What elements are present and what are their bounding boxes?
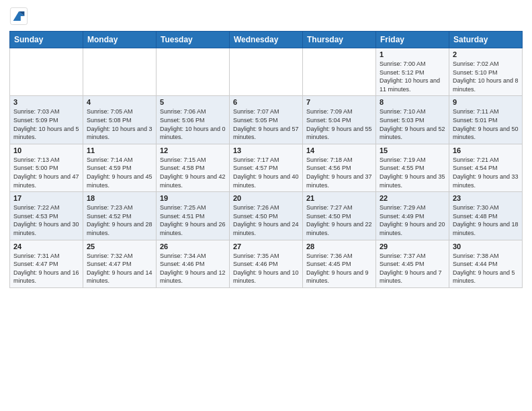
sunset-label: Sunset: 4:45 PM <box>380 261 425 267</box>
sunrise-label: Sunrise: 7:17 AM <box>233 156 279 163</box>
sunset-label: Sunset: 4:48 PM <box>453 213 498 220</box>
calendar-body: 1Sunrise: 7:00 AMSunset: 5:12 PMDaylight… <box>10 48 523 288</box>
sunrise-label: Sunrise: 7:15 AM <box>160 156 206 163</box>
sunset-label: Sunset: 4:52 PM <box>87 213 132 220</box>
calendar-cell: 9Sunrise: 7:11 AMSunset: 5:01 PMDaylight… <box>449 96 523 144</box>
calendar-cell: 25Sunrise: 7:32 AMSunset: 4:47 PMDayligh… <box>83 240 157 287</box>
sunrise-label: Sunrise: 7:26 AM <box>233 204 279 211</box>
weekday-sunday: Sunday <box>10 32 83 48</box>
sunrise-label: Sunrise: 7:02 AM <box>453 60 499 67</box>
daylight-label: Daylight: 9 hours and 35 minutes. <box>380 173 445 189</box>
day-number: 24 <box>13 242 79 250</box>
day-number: 6 <box>233 98 299 106</box>
calendar-cell: 1Sunrise: 7:00 AMSunset: 5:12 PMDaylight… <box>376 48 449 96</box>
day-info: Sunrise: 7:23 AMSunset: 4:52 PMDaylight:… <box>87 203 152 237</box>
day-number: 26 <box>160 242 226 250</box>
sunrise-label: Sunrise: 7:36 AM <box>306 253 353 259</box>
calendar-cell: 8Sunrise: 7:10 AMSunset: 5:03 PMDaylight… <box>376 96 449 144</box>
sunrise-label: Sunrise: 7:19 AM <box>380 156 426 163</box>
calendar-cell: 11Sunrise: 7:14 AMSunset: 4:59 PMDayligh… <box>83 144 157 191</box>
day-info: Sunrise: 7:18 AMSunset: 4:56 PMDaylight:… <box>306 156 372 189</box>
weekday-saturday: Saturday <box>449 32 523 48</box>
daylight-label: Daylight: 9 hours and 7 minutes. <box>380 269 442 285</box>
sunset-label: Sunset: 5:03 PM <box>380 117 425 124</box>
day-info: Sunrise: 7:21 AMSunset: 4:54 PMDaylight:… <box>453 156 519 189</box>
sunrise-label: Sunrise: 7:37 AM <box>380 253 426 259</box>
day-info: Sunrise: 7:07 AMSunset: 5:05 PMDaylight:… <box>233 107 299 141</box>
daylight-label: Daylight: 9 hours and 9 minutes. <box>306 269 369 285</box>
daylight-label: Daylight: 9 hours and 14 minutes. <box>87 269 152 285</box>
day-info: Sunrise: 7:36 AMSunset: 4:45 PMDaylight:… <box>306 252 372 285</box>
sunset-label: Sunset: 4:57 PM <box>233 165 278 171</box>
sunset-label: Sunset: 4:55 PM <box>380 165 425 171</box>
day-number: 15 <box>380 146 445 154</box>
calendar-week-0: 1Sunrise: 7:00 AMSunset: 5:12 PMDaylight… <box>10 48 523 96</box>
calendar-cell: 7Sunrise: 7:09 AMSunset: 5:04 PMDaylight… <box>303 96 376 144</box>
day-number: 11 <box>87 146 152 154</box>
weekday-monday: Monday <box>83 32 157 48</box>
sunrise-label: Sunrise: 7:35 AM <box>233 253 279 259</box>
calendar-cell: 17Sunrise: 7:22 AMSunset: 4:53 PMDayligh… <box>10 192 83 240</box>
sunrise-label: Sunrise: 7:21 AM <box>453 156 499 163</box>
daylight-label: Daylight: 9 hours and 12 minutes. <box>160 269 226 285</box>
daylight-label: Daylight: 9 hours and 18 minutes. <box>453 221 519 236</box>
sunrise-label: Sunrise: 7:22 AM <box>13 204 60 211</box>
calendar-cell: 2Sunrise: 7:02 AMSunset: 5:10 PMDaylight… <box>449 48 523 96</box>
logo-icon <box>9 7 28 26</box>
day-number: 12 <box>160 146 226 154</box>
day-info: Sunrise: 7:19 AMSunset: 4:55 PMDaylight:… <box>380 156 445 189</box>
day-number: 23 <box>453 194 519 202</box>
day-info: Sunrise: 7:32 AMSunset: 4:47 PMDaylight:… <box>87 252 152 285</box>
calendar-cell: 16Sunrise: 7:21 AMSunset: 4:54 PMDayligh… <box>449 144 523 191</box>
calendar-cell: 13Sunrise: 7:17 AMSunset: 4:57 PMDayligh… <box>230 144 303 191</box>
day-number: 20 <box>233 194 299 202</box>
weekday-thursday: Thursday <box>303 32 376 48</box>
day-number: 4 <box>87 98 152 106</box>
day-info: Sunrise: 7:37 AMSunset: 4:45 PMDaylight:… <box>380 252 445 285</box>
day-number: 25 <box>87 242 152 250</box>
sunset-label: Sunset: 5:06 PM <box>160 117 205 124</box>
calendar-cell: 18Sunrise: 7:23 AMSunset: 4:52 PMDayligh… <box>83 192 157 240</box>
sunset-label: Sunset: 4:50 PM <box>306 213 351 220</box>
daylight-label: Daylight: 10 hours and 11 minutes. <box>380 77 440 93</box>
sunset-label: Sunset: 4:54 PM <box>453 165 498 171</box>
day-info: Sunrise: 7:09 AMSunset: 5:04 PMDaylight:… <box>306 107 372 141</box>
daylight-label: Daylight: 9 hours and 52 minutes. <box>380 126 445 141</box>
day-info: Sunrise: 7:35 AMSunset: 4:46 PMDaylight:… <box>233 252 299 285</box>
sunrise-label: Sunrise: 7:03 AM <box>13 108 60 115</box>
sunset-label: Sunset: 5:10 PM <box>453 69 498 76</box>
daylight-label: Daylight: 9 hours and 57 minutes. <box>233 126 299 141</box>
daylight-label: Daylight: 10 hours and 3 minutes. <box>87 126 152 141</box>
daylight-label: Daylight: 9 hours and 30 minutes. <box>13 221 79 236</box>
day-number: 10 <box>13 146 79 154</box>
calendar-cell: 24Sunrise: 7:31 AMSunset: 4:47 PMDayligh… <box>10 240 83 287</box>
daylight-label: Daylight: 9 hours and 50 minutes. <box>453 126 519 141</box>
sunrise-label: Sunrise: 7:34 AM <box>160 253 206 259</box>
calendar-header: SundayMondayTuesdayWednesdayThursdayFrid… <box>10 32 523 48</box>
sunrise-label: Sunrise: 7:06 AM <box>160 108 206 115</box>
daylight-label: Daylight: 9 hours and 26 minutes. <box>160 221 226 236</box>
day-info: Sunrise: 7:26 AMSunset: 4:50 PMDaylight:… <box>233 203 299 237</box>
day-info: Sunrise: 7:17 AMSunset: 4:57 PMDaylight:… <box>233 156 299 189</box>
calendar-cell <box>303 48 376 96</box>
sunset-label: Sunset: 4:47 PM <box>87 261 132 267</box>
day-info: Sunrise: 7:25 AMSunset: 4:51 PMDaylight:… <box>160 203 226 237</box>
day-info: Sunrise: 7:27 AMSunset: 4:50 PMDaylight:… <box>306 203 372 237</box>
calendar-cell: 20Sunrise: 7:26 AMSunset: 4:50 PMDayligh… <box>230 192 303 240</box>
calendar-cell: 4Sunrise: 7:05 AMSunset: 5:08 PMDaylight… <box>83 96 157 144</box>
sunset-label: Sunset: 4:56 PM <box>306 165 351 171</box>
sunset-label: Sunset: 5:08 PM <box>87 117 132 124</box>
weekday-tuesday: Tuesday <box>157 32 230 48</box>
calendar-cell: 29Sunrise: 7:37 AMSunset: 4:45 PMDayligh… <box>376 240 449 287</box>
calendar-cell: 12Sunrise: 7:15 AMSunset: 4:58 PMDayligh… <box>157 144 230 191</box>
sunset-label: Sunset: 4:53 PM <box>13 213 58 220</box>
sunrise-label: Sunrise: 7:09 AM <box>306 108 353 115</box>
sunrise-label: Sunrise: 7:25 AM <box>160 204 206 211</box>
daylight-label: Daylight: 9 hours and 47 minutes. <box>13 173 79 189</box>
daylight-label: Daylight: 10 hours and 0 minutes. <box>160 126 226 141</box>
day-number: 28 <box>306 242 372 250</box>
day-number: 22 <box>380 194 445 202</box>
day-info: Sunrise: 7:11 AMSunset: 5:01 PMDaylight:… <box>453 107 519 141</box>
calendar-cell: 28Sunrise: 7:36 AMSunset: 4:45 PMDayligh… <box>303 240 376 287</box>
calendar-cell: 23Sunrise: 7:30 AMSunset: 4:48 PMDayligh… <box>449 192 523 240</box>
